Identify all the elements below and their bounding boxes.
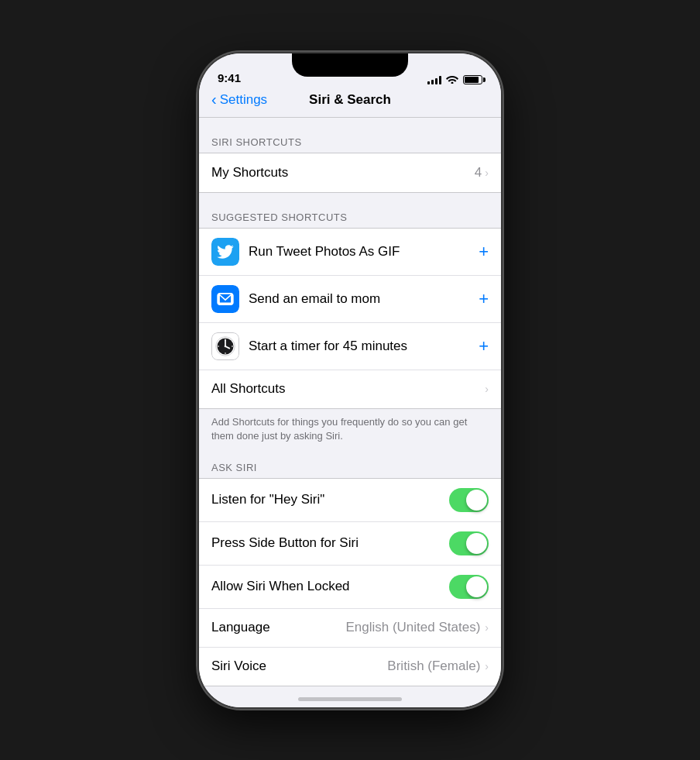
signal-icon — [427, 75, 441, 84]
language-label: Language — [211, 620, 345, 635]
hey-siri-label: Listen for "Hey Siri" — [211, 492, 449, 507]
email-mom-row[interactable]: Send an email to mom + — [199, 275, 501, 322]
status-icons — [427, 74, 482, 86]
timer-row[interactable]: Start a timer for 45 minutes + — [199, 322, 501, 370]
suggested-shortcuts-body: Run Tweet Photos As GIF + Send an email … — [199, 228, 501, 409]
my-shortcuts-count: 4 — [475, 165, 482, 181]
email-mom-label: Send an email to mom — [249, 291, 472, 307]
my-shortcuts-row[interactable]: My Shortcuts 4 › — [199, 153, 501, 192]
my-shortcuts-label: My Shortcuts — [211, 165, 475, 181]
hey-siri-row[interactable]: Listen for "Hey Siri" — [199, 479, 501, 521]
ask-siri-body: Listen for "Hey Siri" Press Side Button … — [199, 478, 501, 686]
siri-voice-value: British (Female) — [387, 659, 480, 674]
side-button-siri-toggle[interactable] — [449, 531, 489, 555]
suggested-shortcuts-header: SUGGESTED SHORTCUTS — [199, 211, 501, 228]
all-shortcuts-row[interactable]: All Shortcuts › — [199, 370, 501, 408]
tweet-photos-row[interactable]: Run Tweet Photos As GIF + — [199, 229, 501, 275]
siri-locked-row[interactable]: Allow Siri When Locked — [199, 565, 501, 608]
siri-locked-toggle[interactable] — [449, 575, 489, 599]
language-chevron-icon: › — [485, 621, 489, 634]
siri-voice-label: Siri Voice — [211, 659, 387, 674]
ask-siri-header: ASK SIRI — [199, 462, 501, 478]
clock-app-icon — [211, 332, 239, 360]
language-row[interactable]: Language English (United States) › — [199, 608, 501, 647]
tweet-photos-label: Run Tweet Photos As GIF — [249, 244, 472, 260]
hey-siri-toggle[interactable] — [449, 488, 489, 512]
hey-siri-toggle-knob — [466, 490, 487, 511]
wifi-icon — [446, 74, 458, 86]
my-shortcuts-chevron-icon: › — [485, 167, 489, 179]
siri-shortcuts-header: SIRI SHORTCUTS — [199, 136, 501, 153]
home-indicator[interactable] — [298, 697, 402, 701]
siri-voice-chevron-icon: › — [485, 660, 489, 672]
siri-shortcuts-section: SIRI SHORTCUTS My Shortcuts 4 › — [199, 136, 501, 193]
timer-label: Start a timer for 45 minutes — [249, 339, 472, 354]
language-value: English (United States) — [345, 620, 480, 635]
battery-icon — [463, 75, 482, 84]
twitter-app-icon — [211, 238, 239, 266]
notch — [292, 53, 408, 77]
status-time: 9:41 — [218, 71, 241, 86]
mail-app-icon — [211, 285, 239, 313]
suggested-shortcuts-section: SUGGESTED SHORTCUTS Run Tweet Photos As … — [199, 211, 501, 443]
all-shortcuts-chevron-icon: › — [485, 383, 489, 395]
side-button-siri-toggle-knob — [466, 533, 487, 554]
tweet-photos-add-button[interactable]: + — [472, 242, 489, 262]
side-button-siri-label: Press Side Button for Siri — [211, 535, 449, 551]
phone-frame: 9:41 — [199, 53, 501, 707]
phone-content: 9:41 — [199, 53, 501, 707]
back-chevron-icon: ‹ — [211, 91, 217, 108]
siri-locked-label: Allow Siri When Locked — [211, 579, 449, 594]
page-title: Siri & Search — [309, 92, 391, 108]
siri-voice-row[interactable]: Siri Voice British (Female) › — [199, 647, 501, 686]
back-button[interactable]: ‹ Settings — [211, 91, 267, 108]
ask-siri-section: ASK SIRI Listen for "Hey Siri" Press Sid… — [199, 462, 501, 686]
svg-point-4 — [225, 345, 227, 347]
side-button-siri-row[interactable]: Press Side Button for Siri — [199, 521, 501, 565]
siri-shortcuts-body: My Shortcuts 4 › — [199, 153, 501, 193]
all-shortcuts-label: All Shortcuts — [211, 381, 485, 397]
back-label: Settings — [220, 92, 267, 108]
shortcuts-description: Add Shortcuts for things you frequently … — [199, 409, 501, 443]
email-mom-add-button[interactable]: + — [472, 289, 489, 309]
siri-locked-toggle-knob — [466, 576, 487, 597]
timer-add-button[interactable]: + — [472, 336, 489, 356]
